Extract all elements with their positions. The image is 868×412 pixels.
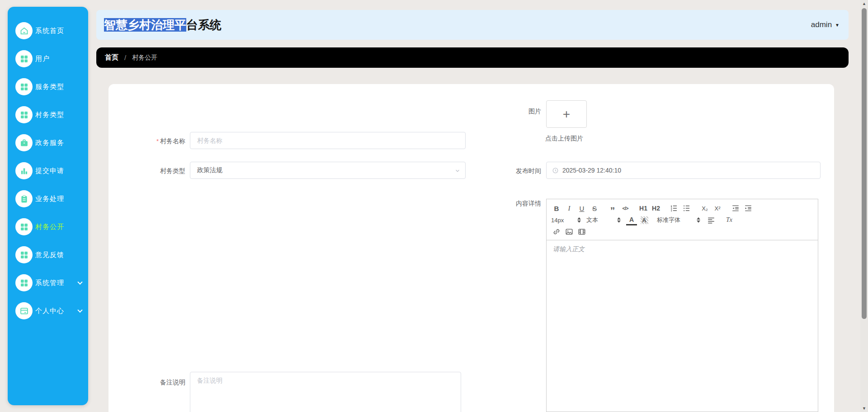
subscript-icon[interactable]: X₂ [699,203,710,214]
sidebar-item-label: 个人中心 [35,307,64,315]
italic-icon[interactable]: I [564,203,575,214]
sidebar-item-submit-apply[interactable]: 提交申请 [8,157,88,185]
header-1-icon[interactable]: H1 [638,203,649,214]
grid-icon [15,246,33,263]
paragraph-value: 文本 [586,216,598,224]
id-card-icon [15,302,33,319]
align-icon[interactable] [706,215,717,225]
grid-icon [15,218,33,235]
title-selected-text: 智慧乡村治理平 [104,18,186,32]
sidebar-item-system-admin[interactable]: 系统管理 [8,269,88,297]
updown-arrows-icon [577,217,581,223]
page-scrollbar[interactable]: ▲ ▼ [860,0,868,412]
editor-body[interactable]: 请输入正文 [547,240,818,258]
breadcrumb-home[interactable]: 首页 [105,53,118,62]
user-menu-label: admin [811,20,832,29]
image-upload-button[interactable]: + [546,100,587,128]
sidebar-item-business[interactable]: 业务处理 [8,185,88,213]
sidebar-item-label: 系统管理 [35,279,64,287]
header-2-icon[interactable]: H2 [651,203,661,214]
video-icon[interactable] [576,226,587,237]
sidebar-item-label: 服务类型 [35,83,64,91]
sidebar-item-label: 提交申请 [35,167,64,175]
editor-toolbar: B I U S ” </> H1 H2 X₂ X² [547,199,818,240]
village-type-label: 村务类型 [127,167,185,174]
outdent-icon[interactable] [730,203,741,214]
image-upload-hint: 点击上传图片 [545,135,583,143]
chevron-down-icon [77,308,82,313]
title-rest-text: 台系统 [186,18,222,32]
clock-icon [552,167,559,174]
scroll-up-icon[interactable]: ▲ [860,1,868,6]
user-menu[interactable]: admin ▼ [811,20,840,29]
remark-textarea[interactable] [190,372,461,412]
sidebar-item-label: 村务类型 [35,111,64,119]
content-card: *村务名称 村务类型 政策法规 备注说明 图片 + 点击上传图片 发布时间 20… [108,84,834,412]
publish-time-input[interactable]: 2025-03-29 12:40:10 [546,162,821,179]
clipboard-icon [15,190,33,207]
village-name-input[interactable] [190,132,466,149]
header: 智慧乡村治理平台系统 admin ▼ [96,10,849,40]
clear-format-icon[interactable]: Tx [724,215,735,225]
code-block-icon[interactable]: </> [620,203,631,214]
village-name-label: *村务名称 [127,137,185,145]
blockquote-icon[interactable]: ” [607,203,618,214]
image-label: 图片 [496,108,541,115]
sidebar-item-service-type[interactable]: 服务类型 [8,73,88,101]
sidebar-item-village-type[interactable]: 村务类型 [8,101,88,129]
sidebar-item-personal-center[interactable]: 个人中心 [8,297,88,325]
link-icon[interactable] [551,226,562,237]
rich-text-editor: B I U S ” </> H1 H2 X₂ X² [546,199,818,412]
home-icon [15,22,33,39]
bar-chart-icon [15,162,33,179]
font-family-picker[interactable]: 标准字体 [657,215,700,225]
sidebar-item-label: 村务公开 [35,223,64,231]
breadcrumb-separator: / [124,54,126,61]
content-detail-label: 内容详情 [482,200,541,207]
sidebar-item-village-public[interactable]: 村务公开 [8,213,88,241]
publish-time-label: 发布时间 [482,167,541,174]
strikethrough-icon[interactable]: S [589,203,600,214]
sidebar-item-label: 系统首页 [35,27,64,35]
sidebar-item-label: 政务服务 [35,139,64,147]
chevron-down-icon [454,168,461,174]
scroll-down-icon[interactable]: ▼ [860,406,868,411]
font-size-value: 14px [551,217,564,224]
briefcase-icon [15,134,33,151]
underline-icon[interactable]: U [576,203,587,214]
updown-arrows-icon [697,217,700,223]
grid-icon [15,274,33,291]
updown-arrows-icon [617,217,621,223]
superscript-icon[interactable]: X² [712,203,723,214]
paragraph-picker[interactable]: 文本 [586,215,621,225]
image-icon[interactable] [564,226,575,237]
sidebar-item-gov-service[interactable]: 政务服务 [8,129,88,157]
background-color-icon[interactable]: A [639,215,650,225]
indent-icon[interactable] [743,203,754,214]
publish-time-value: 2025-03-29 12:40:10 [562,167,621,174]
remark-label: 备注说明 [127,379,185,386]
sidebar-item-label: 用户 [35,55,50,63]
sidebar: 系统首页 用户 服务类型 村务类型 政务服务 提交申请 业务处理 [8,7,88,405]
sidebar-item-feedback[interactable]: 意见反馈 [8,241,88,269]
scrollbar-thumb[interactable] [862,8,867,319]
grid-icon [15,78,33,95]
sidebar-item-home[interactable]: 系统首页 [8,17,88,45]
font-family-value: 标准字体 [657,216,680,224]
grid-icon [15,50,33,67]
text-color-icon[interactable]: A [626,215,637,225]
font-size-picker[interactable]: 14px [551,215,581,225]
chevron-down-icon [77,280,82,285]
village-type-select[interactable]: 政策法规 [190,162,466,179]
village-type-value: 政策法规 [197,166,222,174]
sidebar-item-users[interactable]: 用户 [8,45,88,73]
caret-down-icon: ▼ [835,23,840,28]
grid-icon [15,106,33,123]
sidebar-item-label: 意见反馈 [35,251,64,259]
plus-icon: + [563,108,570,121]
bold-icon[interactable]: B [551,203,562,214]
bullet-list-icon[interactable] [681,203,692,214]
breadcrumb-current: 村务公开 [132,54,157,62]
breadcrumb: 首页 / 村务公开 [96,47,849,68]
ordered-list-icon[interactable] [669,203,679,214]
